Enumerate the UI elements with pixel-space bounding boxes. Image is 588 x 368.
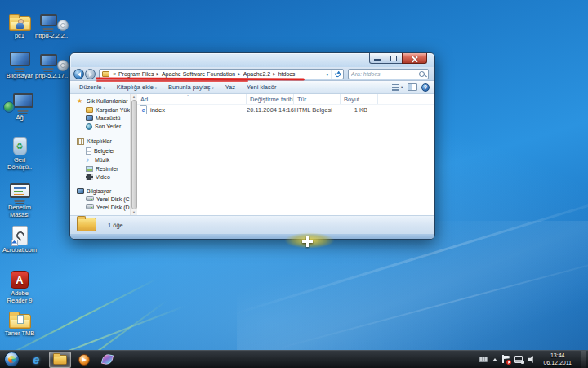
help-icon: ? [424, 84, 427, 90]
desktop-icon-taner-folder[interactable]: Taner TMB [1, 304, 38, 338]
forward-button[interactable] [85, 69, 96, 79]
sidebar-item-local-disk-d[interactable]: Yerel Disk (D:) [70, 203, 130, 211]
folder-icon [1, 304, 38, 329]
mouse-move-cursor [301, 236, 314, 248]
file-list: Ad▲ Değiştirme tarihi Tür Boyut eindex 2… [137, 94, 434, 215]
breadcrumb-segment-apache-software-foundation[interactable]: Apache Software Foundation [160, 71, 237, 77]
menu-label: Yaz [225, 83, 235, 91]
chevron-down-icon: ▾ [401, 85, 403, 89]
volume-tray-icon[interactable] [528, 356, 536, 364]
sidebar-item-label: Karşıdan Yüklemeler [96, 107, 130, 113]
internet-explorer-icon: e [33, 354, 40, 366]
libraries-icon [77, 138, 84, 145]
file-name: index [150, 106, 165, 114]
column-header-type[interactable]: Tür [294, 94, 341, 104]
navigation-pane: ★Sık Kullanılanlar Karşıdan Yüklemeler M… [70, 94, 130, 215]
input-device-tray-icon[interactable] [479, 357, 488, 362]
scroll-up-icon[interactable]: ▲ [132, 95, 136, 99]
menu-yeni-klasor[interactable]: Yeni klasör [241, 83, 282, 91]
change-view-button[interactable]: ▾ [392, 83, 403, 91]
taskbar-clock[interactable]: 13:44 06.12.2011 [541, 352, 574, 366]
file-list-header: Ad▲ Değiştirme tarihi Tür Boyut [137, 94, 434, 105]
taskbar: e 13:44 06.12.2011 [0, 350, 588, 368]
taskbar-explorer-button[interactable] [49, 352, 71, 368]
wallpaper-streak [276, 249, 588, 350]
desktop-icon-php-installer[interactable]: php-5.2.17.. [33, 47, 70, 80]
taskbar-internet-explorer-button[interactable]: e [25, 352, 47, 368]
desktop-icon-httpd-installer[interactable]: httpd-2.2.2.. [33, 7, 70, 40]
action-center-icon[interactable] [502, 355, 510, 364]
sidebar-group-computer[interactable]: Bilgisayar [70, 186, 130, 195]
refresh-button[interactable] [331, 70, 343, 79]
desktop-icon-network[interactable]: Ağ [1, 88, 38, 122]
network-tray-icon[interactable] [514, 356, 523, 363]
address-folder-icon [102, 71, 109, 77]
desktop-icon-control-panel[interactable]: Denetim Masası [1, 178, 38, 218]
search-input[interactable] [349, 70, 418, 79]
back-button[interactable] [74, 69, 84, 79]
taskbar-apache-button[interactable] [96, 352, 118, 368]
preview-pane-button[interactable] [408, 83, 417, 91]
sidebar-item-label: Video [96, 174, 110, 180]
desktop-icon-acrobat-com[interactable]: Acrobat.com [1, 221, 38, 254]
show-desktop-button[interactable] [581, 351, 586, 368]
help-button[interactable]: ? [421, 83, 430, 92]
sidebar-item-downloads[interactable]: Karşıdan Yüklemeler [70, 105, 130, 114]
caption-buttons [369, 53, 427, 64]
chevron-down-icon: ▾ [326, 72, 328, 77]
sidebar-item-recent-places[interactable]: Son Yerler [70, 122, 130, 131]
start-button[interactable] [4, 352, 20, 367]
sidebar-item-desktop[interactable]: Masaüstü [70, 114, 130, 122]
refresh-icon [333, 70, 341, 79]
search-box [348, 69, 429, 79]
menu-kitapliga-ekle[interactable]: Kitaplığa ekle▾ [111, 83, 163, 91]
close-button[interactable] [402, 53, 427, 64]
scrollbar-thumb[interactable] [131, 100, 137, 209]
sidebar-item-label: Yerel Disk (C:) [96, 196, 130, 202]
desktop-icon-adobe-reader[interactable]: A Adobe Reader 9 [1, 264, 38, 304]
sidebar-scrollbar[interactable]: ▲ ▼ [130, 94, 137, 215]
maximize-button[interactable] [385, 53, 402, 64]
desktop-icon-recycle-bin[interactable]: ♻ Geri Dönüşü.. [1, 131, 38, 171]
explorer-folder-icon [53, 355, 67, 365]
breadcrumb-segment-apache22[interactable]: Apache2.2 [242, 71, 272, 77]
sidebar-item-local-disk-c[interactable]: Yerel Disk (C:) [70, 195, 130, 203]
apache-feather-icon [101, 353, 114, 366]
menu-duzenle[interactable]: Düzenle▾ [74, 83, 111, 91]
show-hidden-icons-button[interactable] [492, 356, 497, 361]
sidebar-item-music[interactable]: ♪Müzik [70, 155, 130, 164]
address-dropdown-button[interactable]: ▾ [323, 70, 331, 79]
adobe-reader-icon: A [1, 264, 38, 289]
computer-icon [77, 188, 84, 194]
sidebar-item-pictures[interactable]: Resimler [70, 164, 130, 173]
sidebar-item-video[interactable]: Video [70, 173, 130, 181]
system-tray: 13:44 06.12.2011 [479, 351, 588, 368]
menu-yaz[interactable]: Yaz [220, 83, 241, 91]
breadcrumb-overflow[interactable]: « [113, 71, 116, 77]
chevron-down-icon: ▾ [104, 86, 105, 90]
sidebar-group-libraries[interactable]: Kitaplıklar [70, 137, 130, 146]
breadcrumb-segment-program-files[interactable]: Program Files [117, 71, 156, 77]
back-arrow-icon [75, 72, 81, 77]
scroll-down-icon[interactable]: ▼ [132, 210, 136, 214]
breadcrumb-segment-htdocs[interactable]: htdocs [277, 71, 297, 77]
sidebar-group-favorites[interactable]: ★Sık Kullanılanlar [70, 96, 130, 105]
annotation-underline-2 [96, 80, 248, 82]
control-panel-icon [1, 178, 38, 203]
taskbar-media-player-button[interactable] [73, 352, 95, 368]
column-header-modified[interactable]: Değiştirme tarihi [247, 94, 294, 104]
file-size-cell: 1 KB [341, 106, 378, 114]
minimize-button[interactable] [369, 53, 385, 64]
file-row-index[interactable]: eindex 20.11.2004 14:16 HTML Belgesi 1 K… [137, 105, 434, 115]
column-header-size[interactable]: Boyut [341, 94, 378, 104]
sidebar-item-label: Yerel Disk (D:) [96, 204, 130, 210]
close-icon [411, 56, 418, 63]
column-header-name[interactable]: Ad▲ [137, 94, 247, 104]
file-type-cell: HTML Belgesi [294, 106, 341, 114]
menu-label: Yeni klasör [247, 83, 276, 91]
sidebar-item-documents[interactable]: Belgeler [70, 146, 130, 155]
desktop-icon-label: php-5.2.17.. [33, 73, 70, 80]
maximize-icon [390, 56, 397, 61]
title-bar[interactable] [70, 53, 434, 67]
menu-bununla-paylas[interactable]: Bununla paylaş▾ [163, 83, 220, 91]
